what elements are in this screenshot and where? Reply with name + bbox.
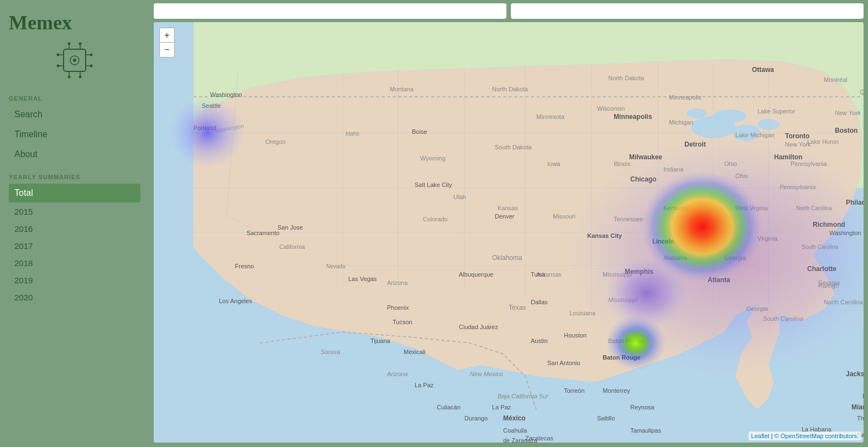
svg-text:Austin: Austin (531, 337, 548, 344)
svg-text:Dallas: Dallas (531, 299, 548, 305)
svg-text:South Dakota: South Dakota (495, 144, 532, 150)
svg-text:Hamilton: Hamilton (774, 153, 802, 161)
svg-text:Sacramento: Sacramento (247, 230, 279, 236)
svg-text:New York: New York (835, 110, 861, 116)
sidebar-item-2015[interactable]: 2015 (9, 204, 140, 220)
svg-text:Culiacán: Culiacán (437, 404, 461, 410)
svg-text:North Carolina: North Carolina (824, 299, 864, 305)
svg-text:Nassau: Nassau (862, 393, 864, 399)
yearly-section-label: YEARLY SUMMARIES (9, 174, 140, 180)
svg-text:Seattle: Seattle (202, 102, 221, 109)
svg-text:Torreón: Torreón (564, 387, 584, 394)
svg-text:Montana: Montana (390, 86, 414, 92)
svg-text:Ottawa: Ottawa (752, 66, 774, 74)
svg-text:Memphis: Memphis (625, 268, 653, 276)
svg-text:Milwaukee: Milwaukee (629, 153, 662, 161)
zoom-controls: + − (159, 28, 175, 58)
svg-text:Los Angeles: Los Angeles (219, 298, 252, 304)
app-logo (55, 41, 94, 80)
svg-point-15 (68, 43, 71, 45)
svg-text:Sonora: Sonora (321, 349, 340, 355)
svg-text:Baton Rouge: Baton Rouge (608, 337, 644, 344)
svg-text:North Dakota: North Dakota (492, 86, 529, 92)
sidebar-item-2019[interactable]: 2019 (9, 272, 140, 288)
svg-text:Phoenix: Phoenix (387, 304, 409, 311)
osm-link[interactable]: © OpenStreetMap contributors. (775, 433, 859, 439)
svg-text:Indiana: Indiana (663, 166, 684, 173)
sidebar-item-about[interactable]: About (9, 145, 140, 164)
svg-text:North Carolina: North Carolina (796, 205, 832, 211)
svg-text:South Carolina: South Carolina (763, 315, 803, 322)
app-title: Memex (9, 11, 140, 34)
sidebar-item-2017[interactable]: 2017 (9, 238, 140, 254)
svg-text:Montréal: Montréal (824, 76, 848, 83)
svg-text:La Paz: La Paz (492, 404, 511, 410)
svg-text:Alabama: Alabama (663, 254, 688, 261)
svg-point-13 (90, 54, 93, 56)
svg-text:Washington: Washington (210, 91, 242, 98)
sidebar-item-2016[interactable]: 2016 (9, 221, 140, 237)
sidebar-item-total[interactable]: Total (9, 184, 140, 202)
map-container[interactable]: Montana Idaho Oregon Washington Wyoming … (154, 22, 864, 443)
sidebar-item-timeline[interactable]: Timeline (9, 125, 140, 144)
svg-text:San Antonio: San Antonio (547, 360, 580, 366)
svg-text:Iowa: Iowa (547, 160, 561, 167)
svg-point-16 (79, 43, 82, 45)
svg-text:West Virginia: West Virginia (735, 205, 768, 211)
svg-text:Washington: Washington (829, 230, 861, 236)
svg-text:Miami: Miami (851, 403, 864, 411)
svg-text:California: California (279, 243, 305, 250)
svg-text:Wisconsin: Wisconsin (597, 105, 625, 112)
svg-text:Virginia: Virginia (757, 235, 778, 242)
svg-text:Arizona: Arizona (387, 279, 408, 286)
svg-text:Fresno: Fresno (235, 263, 254, 269)
leaflet-link[interactable]: Leaflet (751, 433, 770, 439)
svg-text:Ciudad Juárez: Ciudad Juárez (459, 324, 498, 330)
search-bar-left[interactable] (154, 3, 506, 19)
svg-text:Oklahoma: Oklahoma (492, 254, 522, 262)
svg-text:Mexicali: Mexicali (404, 349, 426, 355)
zoom-in-button[interactable]: + (160, 28, 174, 43)
svg-text:Ohio: Ohio (724, 160, 737, 167)
svg-text:Chicago: Chicago (630, 175, 656, 183)
svg-text:Tamaulipas: Tamaulipas (630, 427, 661, 434)
svg-rect-26 (154, 22, 194, 443)
svg-text:Boston: Boston (835, 127, 857, 134)
svg-point-25 (687, 108, 707, 118)
svg-text:Missouri: Missouri (553, 213, 576, 220)
svg-text:Pennsylvania: Pennsylvania (791, 160, 827, 167)
sidebar-item-2018[interactable]: 2018 (9, 255, 140, 271)
svg-text:Georgia: Georgia (746, 305, 768, 312)
zoom-out-button[interactable]: − (160, 43, 174, 57)
svg-text:Denver: Denver (495, 213, 515, 220)
svg-text:Tennessee: Tennessee (614, 216, 643, 222)
svg-text:Lake Michigan: Lake Michigan (735, 132, 775, 138)
logo-container (9, 41, 140, 80)
svg-text:Kentucky: Kentucky (663, 205, 689, 211)
svg-text:Saltillo: Saltillo (597, 415, 615, 422)
sidebar-item-search[interactable]: Search (9, 105, 140, 124)
svg-text:Tulsa: Tulsa (531, 271, 546, 278)
svg-text:Colorado: Colorado (423, 216, 448, 222)
svg-text:Kansas: Kansas (498, 205, 518, 211)
svg-text:Tijuana: Tijuana (370, 337, 391, 344)
svg-text:Portland: Portland (194, 124, 216, 131)
svg-text:Albuquerque: Albuquerque (459, 271, 493, 278)
sidebar-item-2020[interactable]: 2020 (9, 289, 140, 305)
svg-point-18 (79, 76, 82, 79)
svg-text:Toronto: Toronto (785, 132, 809, 140)
svg-text:Zacatecas: Zacatecas (525, 435, 553, 441)
svg-text:Las Vegas: Las Vegas (348, 276, 377, 282)
svg-point-12 (57, 65, 60, 67)
svg-text:San Jose: San Jose (278, 224, 303, 231)
svg-point-11 (57, 54, 60, 56)
svg-text:Raleigh: Raleigh (818, 282, 839, 289)
svg-text:The Bahamas: The Bahamas (857, 415, 864, 422)
svg-text:Durango: Durango (464, 415, 488, 422)
search-bar-right[interactable] (511, 3, 864, 19)
svg-text:North Dakota: North Dakota (608, 75, 645, 81)
svg-text:South Carolina: South Carolina (802, 244, 839, 250)
svg-text:Detroit: Detroit (684, 141, 706, 148)
svg-point-17 (68, 76, 71, 79)
svg-text:New Mexico: New Mexico (470, 371, 503, 377)
